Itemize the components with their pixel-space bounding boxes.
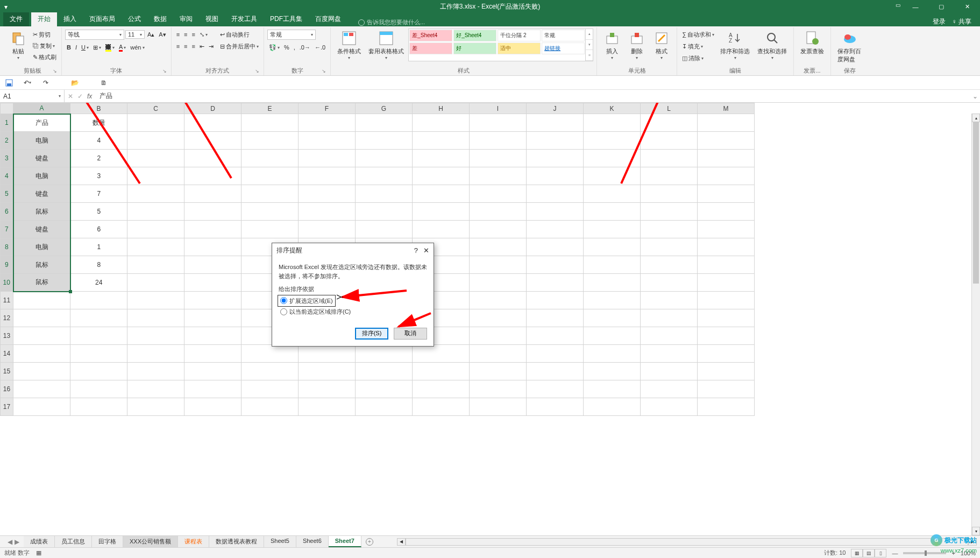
style-bad-sheet4[interactable]: 差_Sheet4 <box>409 30 452 41</box>
align-left-button[interactable]: ≡ <box>175 43 181 50</box>
row-header[interactable]: 10 <box>1 274 13 292</box>
cell[interactable] <box>698 132 755 150</box>
cell[interactable] <box>527 256 584 274</box>
cell[interactable] <box>184 345 242 363</box>
enter-icon[interactable]: ✓ <box>77 93 83 100</box>
page-break-view-button[interactable]: ▯ <box>875 549 886 557</box>
maximize-button[interactable]: ▢ <box>931 2 952 12</box>
cell[interactable] <box>70 380 127 398</box>
format-cells-button[interactable]: 格式▾ <box>650 29 673 61</box>
qat-dropdown[interactable]: ▾ <box>2 3 10 11</box>
cell[interactable] <box>470 274 527 292</box>
style-good-sheet4[interactable]: 好_Sheet4 <box>453 30 496 41</box>
cell[interactable] <box>70 309 127 327</box>
indent-dec-button[interactable]: ⇤ <box>198 43 206 51</box>
cell[interactable] <box>698 327 755 345</box>
cell[interactable] <box>413 185 470 203</box>
cell[interactable] <box>242 345 299 363</box>
cut-button[interactable]: ✂剪切 <box>31 29 58 40</box>
cell[interactable] <box>527 363 584 380</box>
cell[interactable] <box>698 363 755 380</box>
sheet-tab[interactable]: 成绩表 <box>24 536 55 547</box>
launcher-icon[interactable]: ↘ <box>254 68 260 75</box>
autosum-button[interactable]: ∑自动求和▾ <box>680 29 716 40</box>
cell[interactable] <box>641 221 698 238</box>
cell[interactable] <box>299 345 356 363</box>
cell[interactable] <box>413 380 470 398</box>
save-baidu-button[interactable]: 保存到百度网盘 <box>834 29 865 65</box>
cell[interactable] <box>527 132 584 150</box>
cell[interactable] <box>13 327 70 345</box>
cell[interactable] <box>70 398 127 416</box>
cell[interactable] <box>470 167 527 185</box>
launcher-icon[interactable]: ↘ <box>161 68 168 75</box>
name-box[interactable]: A1▾ <box>0 90 65 102</box>
invoice-button[interactable]: 发票查验 <box>797 29 827 56</box>
cell[interactable]: 8 <box>70 256 127 274</box>
pdf-tab[interactable]: PDF工具集 <box>264 12 309 26</box>
cell[interactable] <box>413 398 470 416</box>
cell[interactable] <box>184 292 242 309</box>
table-format-button[interactable]: 套用表格格式▾ <box>365 29 407 61</box>
cell[interactable] <box>527 309 584 327</box>
cell[interactable] <box>698 150 755 167</box>
cell[interactable] <box>184 203 242 221</box>
cell[interactable] <box>527 150 584 167</box>
selection-handle[interactable] <box>69 290 72 293</box>
cell[interactable] <box>584 398 641 416</box>
cell[interactable] <box>13 292 70 309</box>
cell[interactable] <box>641 150 698 167</box>
row-header[interactable]: 17 <box>1 398 13 416</box>
normal-view-button[interactable]: ▦ <box>851 549 863 557</box>
cell[interactable] <box>527 167 584 185</box>
cell[interactable] <box>527 380 584 398</box>
cell[interactable]: 电脑 <box>13 167 70 185</box>
new-sheet-button[interactable]: + <box>361 538 378 546</box>
tab-nav-next[interactable]: ▶ <box>15 538 19 546</box>
cell[interactable]: 2 <box>70 150 127 167</box>
cell[interactable] <box>356 150 413 167</box>
grow-font-button[interactable]: A▴ <box>146 31 156 39</box>
scroll-up-button[interactable]: ▴ <box>972 114 980 122</box>
cell[interactable] <box>641 398 698 416</box>
cell[interactable] <box>584 327 641 345</box>
align-bottom-button[interactable]: ≡ <box>190 31 197 38</box>
find-select-button[interactable]: 查找和选择▾ <box>754 29 790 64</box>
cell[interactable] <box>242 114 299 132</box>
radio-input[interactable] <box>280 308 287 315</box>
launcher-icon[interactable]: ↘ <box>321 68 327 75</box>
current-selection-radio[interactable]: 以当前选定区域排序(C) <box>279 307 427 317</box>
font-name-combo[interactable]: 等线▾ <box>65 30 124 40</box>
cell[interactable] <box>127 363 184 380</box>
cell[interactable] <box>356 185 413 203</box>
cell[interactable] <box>470 256 527 274</box>
cell[interactable] <box>698 380 755 398</box>
cell[interactable] <box>641 167 698 185</box>
cell[interactable] <box>70 292 127 309</box>
scroll-thumb[interactable] <box>973 122 979 284</box>
cell[interactable] <box>413 203 470 221</box>
sort-button[interactable]: 排序(S) <box>355 328 388 340</box>
tab-nav-prev[interactable]: ◀ <box>8 538 12 546</box>
share-button[interactable]: ♀ 共享 <box>952 17 971 26</box>
formula-input[interactable]: 产品 <box>95 91 970 101</box>
cell[interactable]: 产品 <box>13 114 70 132</box>
launcher-icon[interactable]: ↘ <box>52 68 58 75</box>
cell[interactable] <box>356 132 413 150</box>
row-header[interactable]: 9 <box>1 256 13 274</box>
cell[interactable] <box>413 114 470 132</box>
cell[interactable] <box>413 363 470 380</box>
row-header[interactable]: 14 <box>1 345 13 363</box>
fill-color-button[interactable]: 🞿▾ <box>104 43 116 52</box>
cell[interactable] <box>584 132 641 150</box>
sheet-tab[interactable]: 课程表 <box>178 536 209 547</box>
cell[interactable]: 鼠标 <box>13 256 70 274</box>
cell[interactable] <box>584 309 641 327</box>
cell[interactable] <box>698 398 755 416</box>
cell[interactable]: 电脑 <box>13 238 70 256</box>
cell[interactable] <box>584 256 641 274</box>
cell[interactable] <box>127 185 184 203</box>
cell[interactable] <box>127 167 184 185</box>
cell[interactable] <box>70 345 127 363</box>
cell[interactable] <box>13 345 70 363</box>
